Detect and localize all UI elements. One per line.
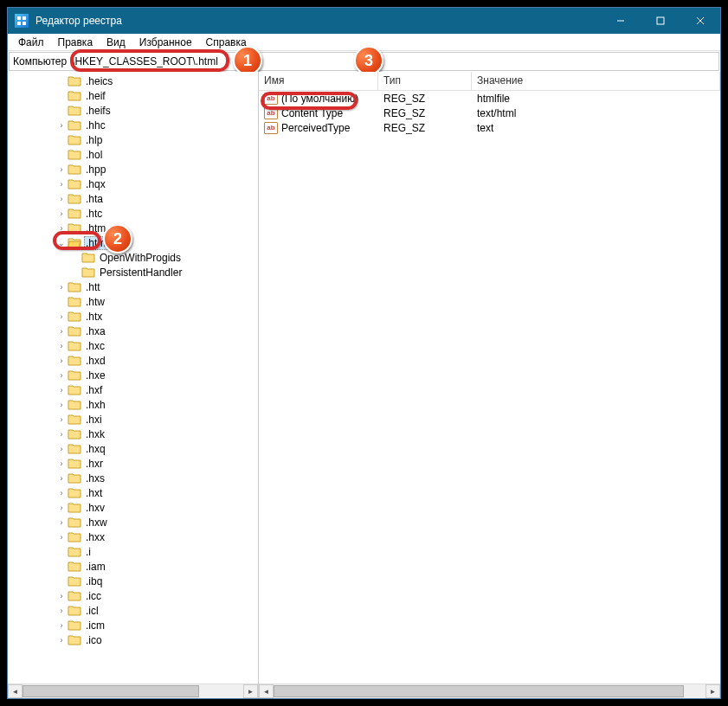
tree-item[interactable]: ›.icl (8, 603, 258, 618)
list-scrollbar-horizontal[interactable]: ◄ ► (259, 684, 720, 698)
titlebar[interactable]: Редактор реестра (8, 8, 720, 34)
scroll-left-button[interactable]: ◄ (8, 684, 23, 698)
minimize-button[interactable] (601, 8, 641, 34)
tree-scrollbar-horizontal[interactable]: ◄ ► (8, 684, 258, 698)
column-type[interactable]: Тип (378, 72, 472, 90)
tree-item[interactable]: ›.htt (8, 279, 258, 294)
tree-item[interactable]: ›.hxd (8, 353, 258, 368)
folder-icon (68, 575, 81, 587)
tree-item[interactable]: ›.hxe (8, 368, 258, 382)
address-bar[interactable]: Компьютер\HKEY_CLASSES_ROOT\.html 1 3 (9, 52, 719, 71)
tree-item[interactable]: ›.icc (8, 588, 258, 603)
folder-icon (68, 355, 81, 366)
scroll-left-button[interactable]: ◄ (259, 684, 274, 698)
expand-icon[interactable]: › (56, 283, 67, 292)
scroll-thumb[interactable] (274, 685, 684, 697)
expand-icon[interactable]: › (56, 430, 67, 439)
tree-item[interactable]: ›.hxf (8, 382, 258, 397)
expand-icon[interactable]: › (56, 342, 67, 350)
collapse-icon[interactable]: ⌄ (56, 239, 67, 247)
tree-pane[interactable]: .heics.heif.heifs›.hhc.hlp.hol›.hpp›.hqx… (8, 72, 259, 698)
expand-icon[interactable]: › (56, 386, 67, 395)
menu-view[interactable]: Вид (100, 35, 132, 50)
expand-icon[interactable]: › (56, 356, 67, 365)
menu-favorites[interactable]: Избранное (132, 35, 199, 50)
expand-icon[interactable]: › (56, 474, 67, 483)
tree-item[interactable]: .iam (8, 559, 258, 574)
scroll-right-button[interactable]: ► (705, 684, 720, 698)
tree-item[interactable]: ›.hxv (8, 500, 258, 515)
tree-item[interactable]: .heif (8, 88, 258, 103)
tree-item-label: .hta (84, 193, 105, 205)
value-row[interactable]: ab(По умолчанию)REG_SZhtmlfile (259, 91, 720, 106)
tree-item[interactable]: ›.htm (8, 221, 258, 235)
expand-icon[interactable]: › (56, 312, 67, 321)
tree-item[interactable]: .hol (8, 147, 258, 162)
expand-icon[interactable]: › (56, 592, 67, 600)
expand-icon[interactable]: › (56, 504, 67, 512)
menu-edit[interactable]: Правка (51, 35, 100, 50)
column-name[interactable]: Имя (259, 72, 378, 90)
tree-item[interactable]: ›.ico (8, 632, 258, 647)
tree-item[interactable]: ⌄.html (8, 235, 258, 250)
tree-item[interactable]: ›.hxc (8, 338, 258, 353)
expand-icon[interactable]: › (56, 121, 67, 130)
expand-icon[interactable]: › (56, 489, 67, 497)
expand-icon[interactable]: › (56, 401, 67, 409)
tree-item[interactable]: .i (8, 544, 258, 559)
value-row[interactable]: abPerceivedTypeREG_SZtext (259, 120, 720, 135)
tree-item[interactable]: ›.hta (8, 191, 258, 206)
tree-item[interactable]: ›.htc (8, 206, 258, 221)
expand-icon[interactable]: › (56, 459, 67, 468)
tree-item[interactable]: ›.hxa (8, 324, 258, 338)
expand-icon[interactable]: › (56, 445, 67, 453)
tree-item[interactable]: ›.hxh (8, 397, 258, 412)
expand-icon[interactable]: › (56, 371, 67, 380)
close-button[interactable] (680, 8, 720, 34)
tree-item[interactable]: .heics (8, 74, 258, 88)
tree-item[interactable]: OpenWithProgids (8, 250, 258, 265)
tree-item[interactable]: ›.icm (8, 618, 258, 632)
tree-item[interactable]: .heifs (8, 103, 258, 118)
expand-icon[interactable]: › (56, 533, 67, 542)
expand-icon[interactable]: › (56, 327, 67, 336)
tree-item[interactable]: ›.hxq (8, 441, 258, 456)
scroll-right-button[interactable]: ► (243, 684, 258, 698)
tree-item[interactable]: ›.htx (8, 309, 258, 324)
tree-item[interactable]: ›.hxx (8, 530, 258, 544)
expand-icon[interactable]: › (56, 621, 67, 630)
tree-item[interactable]: .htw (8, 294, 258, 309)
folder-icon (68, 90, 81, 101)
tree-item-label: .hxq (84, 443, 107, 455)
value-row[interactable]: abContent TypeREG_SZtext/html (259, 106, 720, 120)
tree-item[interactable]: ›.hxr (8, 456, 258, 471)
expand-icon[interactable]: › (56, 636, 67, 645)
tree-item[interactable]: ›.hxk (8, 427, 258, 441)
expand-icon[interactable]: › (56, 195, 67, 203)
expand-icon[interactable]: › (56, 165, 67, 174)
tree-item-label: .hxe (84, 369, 107, 382)
expand-icon[interactable]: › (56, 607, 67, 615)
expand-icon[interactable]: › (56, 209, 67, 218)
tree-item[interactable]: ›.hqx (8, 176, 258, 191)
tree-item[interactable]: .hlp (8, 132, 258, 147)
expand-icon[interactable]: › (56, 224, 67, 233)
tree-item[interactable]: PersistentHandler (8, 265, 258, 279)
expand-icon[interactable]: › (56, 180, 67, 189)
folder-icon (68, 634, 81, 645)
tree-item[interactable]: ›.hxw (8, 515, 258, 530)
tree-item[interactable]: ›.hxt (8, 485, 258, 500)
tree-item[interactable]: ›.hxi (8, 412, 258, 427)
scroll-thumb[interactable] (23, 685, 199, 697)
expand-icon[interactable]: › (56, 518, 67, 527)
menu-help[interactable]: Справка (199, 35, 254, 50)
menu-file[interactable]: Файл (11, 35, 51, 50)
tree-item[interactable]: ›.hxs (8, 471, 258, 485)
values-pane[interactable]: Имя Тип Значение ab(По умолчанию)REG_SZh… (259, 72, 720, 698)
maximize-button[interactable] (641, 8, 680, 34)
expand-icon[interactable]: › (56, 415, 67, 424)
tree-item[interactable]: .ibq (8, 574, 258, 588)
tree-item[interactable]: ›.hhc (8, 118, 258, 132)
column-value[interactable]: Значение (472, 72, 720, 90)
tree-item[interactable]: ›.hpp (8, 162, 258, 176)
